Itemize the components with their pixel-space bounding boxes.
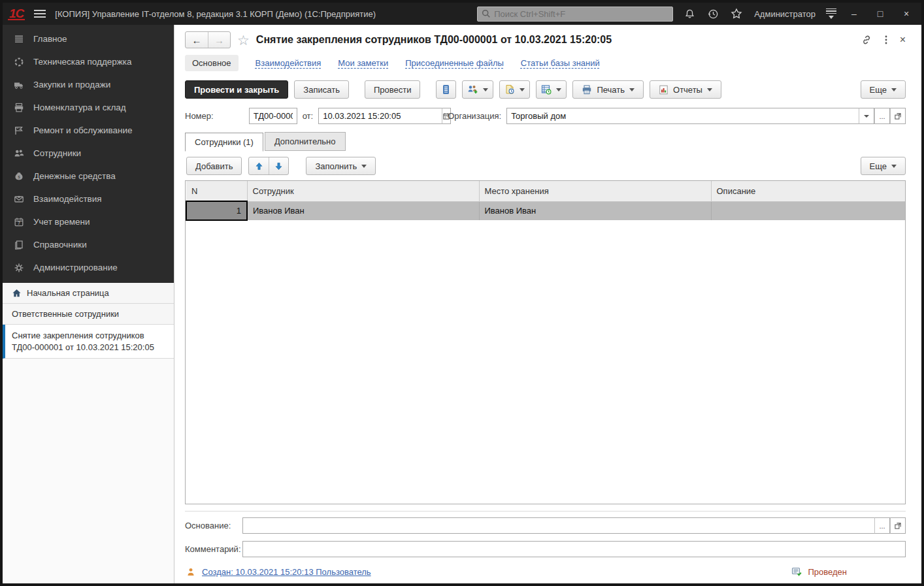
basis-field-group: ... — [242, 517, 906, 534]
truck-icon — [13, 79, 25, 91]
author-person-icon — [186, 567, 195, 577]
maximize-button[interactable]: □ — [872, 7, 889, 21]
more-button[interactable]: Еще — [861, 80, 906, 99]
service-menu-icon[interactable] — [826, 8, 836, 20]
home-page-item[interactable]: Начальная страница — [3, 283, 174, 304]
schedule-table-button[interactable] — [536, 80, 567, 99]
cell-storage[interactable]: Иванов Иван — [479, 201, 711, 220]
posted-icon — [791, 566, 802, 577]
document-status-bar: Создан: 10.03.2021 15:20:13 Пользователь… — [185, 559, 906, 583]
add-row-button[interactable]: Добавить — [186, 157, 242, 175]
sidebar-item-label: Закупки и продажи — [33, 80, 110, 90]
navlink-main[interactable]: Основное — [185, 55, 239, 71]
main-content: ← → ☆ Снятие закрепления сотрудников ТД0… — [174, 25, 921, 583]
mail-icon — [13, 193, 25, 205]
home-page-label: Начальная страница — [27, 288, 109, 298]
table-more-button[interactable]: Еще — [861, 157, 906, 175]
sidebar-item-money[interactable]: s Денежные средства — [3, 165, 174, 187]
document-nav-links: Основное Взаимодействия Мои заметки Прис… — [185, 51, 906, 78]
current-user[interactable]: Администратор — [753, 9, 817, 19]
move-row-up-icon[interactable] — [249, 157, 269, 174]
sidebar-item-label: Денежные средства — [33, 171, 116, 181]
sidebar-item-time-tracking[interactable]: 7 Учет времени — [3, 210, 174, 233]
basis-choose-button[interactable]: ... — [874, 517, 890, 534]
column-header-storage[interactable]: Место хранения — [479, 181, 711, 201]
save-button[interactable]: Записать — [294, 80, 349, 99]
table-toolbar: Добавить Заполнить Еще — [185, 151, 906, 180]
sidebar-item-main[interactable]: Главное — [3, 27, 174, 50]
employees-icon — [13, 148, 25, 159]
navlink-knowledge-base[interactable]: Статьи базы знаний — [521, 58, 600, 68]
sidebar-item-label: Учет времени — [33, 217, 90, 227]
date-field[interactable] — [318, 108, 442, 124]
organization-label: Организация: — [448, 111, 501, 121]
register-records-button[interactable] — [436, 80, 456, 99]
print-button[interactable]: Печать — [572, 80, 644, 99]
tab-additional[interactable]: Дополнительно — [265, 132, 346, 151]
open-page-current-document[interactable]: Снятие закрепления сотрудников ТД00-0000… — [3, 325, 174, 359]
sidebar-item-purchases-sales[interactable]: Закупки и продажи — [3, 73, 174, 96]
post-and-close-button[interactable]: Провести и закрыть — [185, 80, 288, 99]
organization-dropdown-button[interactable] — [859, 108, 874, 124]
main-menu-icon[interactable] — [34, 10, 46, 18]
organization-field[interactable] — [506, 108, 859, 124]
column-header-employee[interactable]: Сотрудник — [247, 181, 479, 201]
basis-field[interactable] — [242, 517, 874, 534]
schedule-document-button[interactable] — [499, 80, 530, 99]
navlink-interactions[interactable]: Взаимодействия — [256, 58, 322, 68]
table-header-row: N Сотрудник Место хранения Описание — [186, 181, 905, 201]
sidebar-item-interactions[interactable]: Взаимодействия — [3, 187, 174, 210]
more-actions-dots-icon[interactable] — [884, 35, 888, 45]
sidebar-item-administration[interactable]: Администрирование — [3, 256, 174, 279]
notifications-bell-icon[interactable] — [682, 7, 697, 21]
employees-table: N Сотрудник Место хранения Описание 1 Ив… — [185, 180, 906, 504]
favorites-star-icon[interactable] — [729, 7, 744, 21]
register-records-icon — [441, 84, 451, 95]
cell-description[interactable] — [711, 201, 905, 220]
back-button[interactable]: ← — [186, 32, 208, 48]
sidebar-item-references[interactable]: Справочники — [3, 233, 174, 256]
organization-choose-button[interactable]: ... — [874, 108, 890, 124]
fill-button[interactable]: Заполнить — [306, 157, 376, 175]
add-to-favorites-star-icon[interactable]: ☆ — [237, 33, 250, 47]
forward-button[interactable]: → — [208, 32, 230, 48]
basis-open-icon[interactable] — [890, 517, 906, 534]
window-title: [КОПИЯ] Управление IT-отделом 8, редакци… — [55, 9, 376, 19]
open-pages-panel: Начальная страница Ответственные сотрудн… — [3, 283, 174, 583]
close-window-button[interactable]: × — [898, 7, 915, 21]
sidebar-item-tech-support[interactable]: Техническая поддержка — [3, 50, 174, 73]
column-header-n[interactable]: N — [186, 181, 247, 201]
cell-row-number[interactable]: 1 — [186, 201, 247, 220]
comment-field[interactable] — [242, 541, 906, 557]
created-by-link[interactable]: Создан: 10.03.2021 15:20:13 Пользователь — [202, 567, 371, 577]
move-row-down-icon[interactable] — [269, 157, 288, 174]
number-label: Номер: — [185, 111, 214, 121]
history-icon[interactable] — [706, 7, 720, 21]
navlink-attached-files[interactable]: Присоединенные файлы — [405, 58, 504, 68]
navlink-my-notes[interactable]: Мои заметки — [338, 58, 388, 68]
open-page-label: Ответственные сотрудники — [12, 309, 119, 319]
assign-employees-button[interactable] — [462, 80, 493, 99]
column-header-description[interactable]: Описание — [711, 181, 905, 201]
sidebar-item-employees[interactable]: Сотрудники — [3, 142, 174, 165]
sidebar-item-label: Номенклатура и склад — [33, 103, 126, 112]
reports-button[interactable]: Отчеты — [650, 80, 721, 99]
organization-open-icon[interactable] — [890, 108, 906, 124]
search-input[interactable] — [494, 9, 668, 19]
number-field[interactable] — [249, 108, 297, 124]
sidebar-item-label: Администрирование — [33, 263, 118, 272]
cell-employee[interactable]: Иванов Иван — [247, 201, 479, 220]
warehouse-icon — [13, 102, 25, 114]
table-empty-area[interactable] — [186, 221, 905, 504]
sidebar-item-nomenclature-warehouse[interactable]: Номенклатура и склад — [3, 96, 174, 119]
sidebar-item-repair-service[interactable]: Ремонт и обслуживание — [3, 119, 174, 142]
open-page-responsible-employees[interactable]: Ответственные сотрудники — [3, 304, 174, 325]
post-button[interactable]: Провести — [365, 80, 421, 99]
global-search[interactable] — [477, 7, 673, 22]
get-link-icon[interactable] — [861, 34, 872, 46]
close-document-icon[interactable]: × — [900, 34, 906, 46]
table-row[interactable]: 1 Иванов Иван Иванов Иван — [186, 201, 905, 220]
tab-employees[interactable]: Сотрудники (1) — [185, 133, 263, 152]
reports-label: Отчеты — [673, 85, 702, 95]
minimize-button[interactable]: – — [846, 7, 863, 21]
